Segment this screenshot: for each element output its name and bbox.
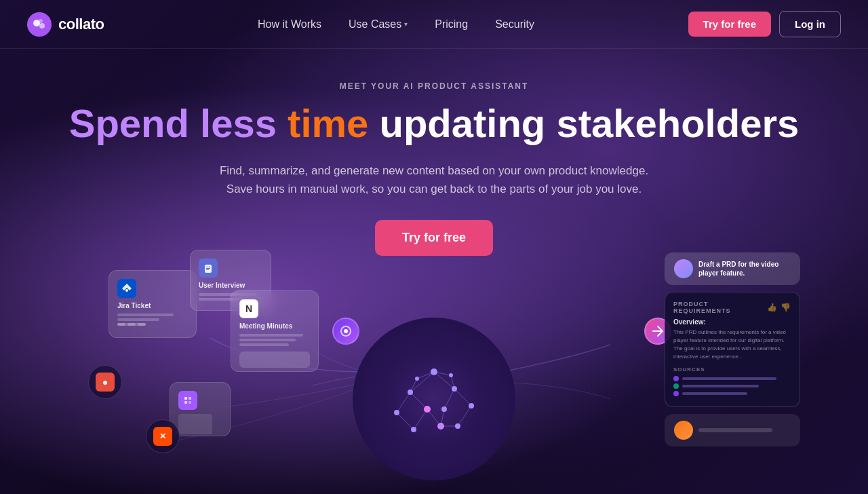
hero-section: MEET YOUR AI PRODUCT ASSISTANT Spend les… bbox=[0, 49, 868, 256]
hero-title-part1: Spend less bbox=[69, 101, 288, 145]
hero-title: Spend less time updating stakeholders bbox=[0, 102, 868, 145]
try-for-free-hero-button[interactable]: Try for free bbox=[375, 220, 493, 256]
login-button[interactable]: Log in bbox=[779, 11, 841, 37]
hero-subtitle: Find, summarize, and generate new conten… bbox=[217, 162, 651, 198]
nav-security[interactable]: Security bbox=[495, 18, 534, 31]
hero-title-part3: updating stakeholders bbox=[379, 101, 799, 145]
nav-buttons: Try for free Log in bbox=[688, 11, 841, 37]
try-for-free-nav-button[interactable]: Try for free bbox=[688, 12, 771, 37]
logo-wordmark: collato bbox=[58, 16, 104, 33]
nav-pricing[interactable]: Pricing bbox=[435, 18, 468, 31]
hero-eyebrow: MEET YOUR AI PRODUCT ASSISTANT bbox=[0, 81, 868, 91]
navbar: collato How it Works Use Cases ▾ Pricing… bbox=[0, 0, 868, 49]
logo-icon bbox=[27, 12, 52, 37]
svg-point-3 bbox=[39, 19, 43, 23]
logo[interactable]: collato bbox=[27, 12, 104, 37]
nav-how-it-works[interactable]: How it Works bbox=[258, 18, 321, 31]
svg-point-2 bbox=[39, 23, 45, 28]
use-cases-dropdown-arrow: ▾ bbox=[404, 20, 408, 28]
nav-links: How it Works Use Cases ▾ Pricing Securit… bbox=[258, 18, 534, 31]
nav-use-cases[interactable]: Use Cases ▾ bbox=[349, 18, 408, 31]
hero-title-part2: time bbox=[288, 101, 379, 145]
